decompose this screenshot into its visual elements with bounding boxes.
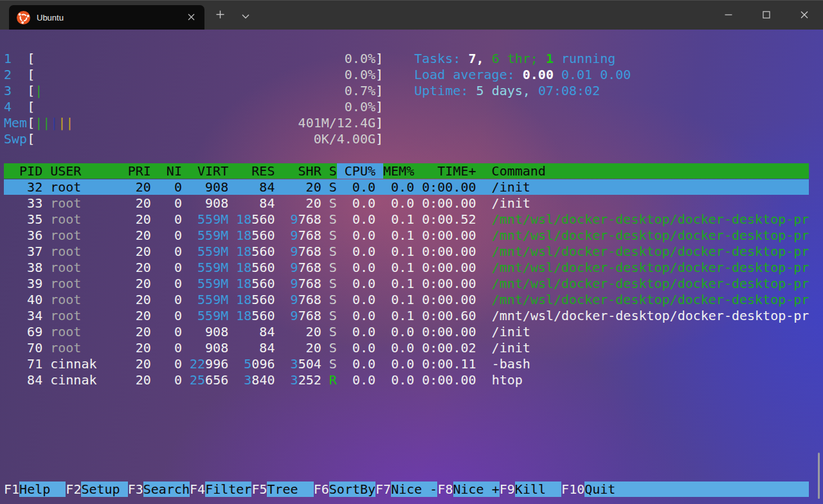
process-row-71[interactable]: 71 cinnak 20 0 22996 5096 3504 S 0.0 0.0… xyxy=(4,356,530,372)
terminal-text: S xyxy=(329,356,337,372)
fn-key-f4[interactable]: F4 xyxy=(190,482,205,497)
fn-nice-plus-button[interactable]: Nice + xyxy=(453,482,500,497)
terminal-text xyxy=(383,83,414,98)
terminal-text: [ xyxy=(27,51,35,66)
terminal-text: S xyxy=(329,292,337,307)
terminal-text: Mem xyxy=(4,115,27,130)
process-row-32-selected[interactable]: 32 root 20 0 908 84 20 S 0.0 0.0 0:00.00… xyxy=(4,179,809,195)
terminal-text xyxy=(228,292,236,307)
terminal-text: 5 days, xyxy=(476,83,538,98)
terminal-text: 20 0 908 84 20 xyxy=(81,324,329,339)
fn-setup-button[interactable]: Setup xyxy=(81,482,127,497)
terminal-text: /init xyxy=(492,324,530,339)
terminal-text: 84 xyxy=(4,372,50,388)
plus-icon xyxy=(216,10,224,21)
process-row-34[interactable]: 34 root 20 0 559M 18560 9768 S 0.0 0.1 0… xyxy=(4,308,809,324)
fn-key-f8[interactable]: F8 xyxy=(437,482,453,497)
process-row-37[interactable]: 37 root 20 0 559M 18560 9768 S 0.0 0.1 0… xyxy=(4,244,809,260)
cpu4-meter: 4 [ 0.0%] xyxy=(4,99,383,115)
close-window-button[interactable] xyxy=(785,1,823,30)
terminal-text: root xyxy=(50,260,81,275)
fn-key-f1[interactable]: F1 xyxy=(4,482,19,497)
process-row-35[interactable]: 35 root 20 0 559M 18560 9768 S 0.0 0.1 0… xyxy=(4,212,809,228)
tab-dropdown-button[interactable] xyxy=(235,6,256,25)
terminal-text: S xyxy=(329,228,337,243)
terminal-text: 20 0 xyxy=(81,228,197,243)
function-key-bar[interactable]: F1Help F2Setup F3SearchF4FilterF5Tree F6… xyxy=(4,482,809,498)
fn-key-f9[interactable]: F9 xyxy=(500,482,515,497)
tab-ubuntu[interactable]: Ubuntu xyxy=(9,5,204,30)
terminal-text: 096 xyxy=(251,356,290,372)
fn-key-f3[interactable]: F3 xyxy=(128,482,143,497)
process-row-69[interactable]: 69 root 20 0 908 84 20 S 0.0 0.0 0:00.00… xyxy=(4,324,530,340)
terminal-text: 996 xyxy=(205,356,244,372)
cpu3-meter-and-uptime: 3 [| 0.7%] Uptime: 5 days, 07:08:02 xyxy=(4,83,600,99)
process-row-36[interactable]: 36 root 20 0 559M 18560 9768 S 0.0 0.1 0… xyxy=(4,228,809,244)
fn-key-f7[interactable]: F7 xyxy=(375,482,391,497)
terminal-text: 20 0 xyxy=(81,276,197,291)
terminal-text: 18 xyxy=(236,292,251,307)
terminal-text: S xyxy=(329,244,337,259)
terminal-text: /mnt/wsl/docker-desktop/docker-desktop-p… xyxy=(492,308,809,323)
fn-key-f6[interactable]: F6 xyxy=(314,482,329,497)
terminal-text: 0.0 0.1 0:00.00 xyxy=(337,276,492,291)
terminal-text: 2 xyxy=(4,67,27,82)
terminal-text: /mnt/wsl/docker-desktop/docker-desktop-p… xyxy=(492,292,809,307)
terminal-text: 768 xyxy=(298,308,329,323)
terminal-text: | xyxy=(35,83,42,98)
fn-sortby-button[interactable]: SortBy xyxy=(329,482,375,497)
terminal-text: S xyxy=(329,195,337,211)
fn-help-button[interactable]: Help xyxy=(19,482,66,497)
terminal-text xyxy=(73,115,298,130)
terminal-text: 18 xyxy=(236,212,251,227)
terminal-text: root xyxy=(50,244,81,259)
terminal-text: S xyxy=(329,260,337,275)
terminal-text: ] xyxy=(375,115,383,130)
terminal-text: ] xyxy=(375,99,383,114)
terminal-text: 3 xyxy=(291,372,298,388)
fn-key-f2[interactable]: F2 xyxy=(66,482,81,497)
header-columns[interactable]: PID USER PRI NI VIRT RES SHR S xyxy=(4,163,337,179)
fn-kill-button[interactable]: Kill xyxy=(515,482,561,497)
fn-key-f5[interactable]: F5 xyxy=(251,482,267,497)
terminal-text: 559M xyxy=(197,244,228,259)
cpu2-meter-and-load: 2 [ 0.0%] Load average: 0.00 0.01 0.00 xyxy=(4,67,631,83)
scrollbar-thumb[interactable] xyxy=(818,453,820,499)
terminal-text: 4 xyxy=(4,99,27,114)
minimize-button[interactable] xyxy=(709,1,747,30)
fn-search-button[interactable]: Search xyxy=(143,482,190,497)
terminal-text: 0.0 0.1 0:00.00 xyxy=(337,228,492,243)
process-row-33[interactable]: 33 root 20 0 908 84 20 S 0.0 0.0 0:00.00… xyxy=(4,195,530,212)
terminal-text: 0K/4.00G xyxy=(314,131,375,147)
process-row-40[interactable]: 40 root 20 0 559M 18560 9768 S 0.0 0.1 0… xyxy=(4,292,809,308)
terminal-text: 560 xyxy=(251,260,290,275)
sort-column-cpu[interactable]: CPU% xyxy=(337,163,383,179)
terminal-text xyxy=(228,308,236,323)
fn-quit-button[interactable]: Quit xyxy=(584,482,809,497)
terminal-text: S xyxy=(329,276,337,291)
terminal-text: 38 xyxy=(4,260,50,275)
process-row-70[interactable]: 70 root 20 0 908 84 20 S 0.0 0.0 0:00.02… xyxy=(4,340,530,356)
terminal-text: /init xyxy=(492,195,530,211)
process-row-38[interactable]: 38 root 20 0 559M 18560 9768 S 0.0 0.1 0… xyxy=(4,260,809,276)
new-tab-button[interactable] xyxy=(210,6,230,25)
fn-nice-minus-button[interactable]: Nice - xyxy=(391,482,437,497)
terminal-text: cinnak xyxy=(50,356,96,372)
terminal-text: root xyxy=(50,308,81,323)
tab-close-button[interactable] xyxy=(183,10,199,26)
process-row-39[interactable]: 39 root 20 0 559M 18560 9768 S 0.0 0.1 0… xyxy=(4,276,809,292)
maximize-button[interactable] xyxy=(747,1,785,30)
terminal-text: 37 xyxy=(4,244,50,259)
fn-tree-button[interactable]: Tree xyxy=(267,482,313,497)
header-columns[interactable]: MEM% TIME+ Command xyxy=(383,163,809,179)
terminal-text: root xyxy=(50,340,81,356)
fn-key-f10[interactable]: F10 xyxy=(561,482,584,497)
terminal-text: root xyxy=(50,324,81,339)
terminal-screen[interactable]: 1 [ 0.0%] Tasks: 7, 6 thr; 1 running2 [ … xyxy=(0,30,823,504)
terminal-text: 34 xyxy=(4,308,50,323)
process-row-84[interactable]: 84 cinnak 20 0 25656 3840 3252 R 0.0 0.0… xyxy=(4,372,523,388)
table-header[interactable]: PID USER PRI NI VIRT RES SHR S CPU% MEM%… xyxy=(4,163,809,179)
terminal-text: root xyxy=(50,292,81,307)
terminal-text: 18 xyxy=(236,308,251,323)
fn-filter-button[interactable]: Filter xyxy=(205,482,251,497)
